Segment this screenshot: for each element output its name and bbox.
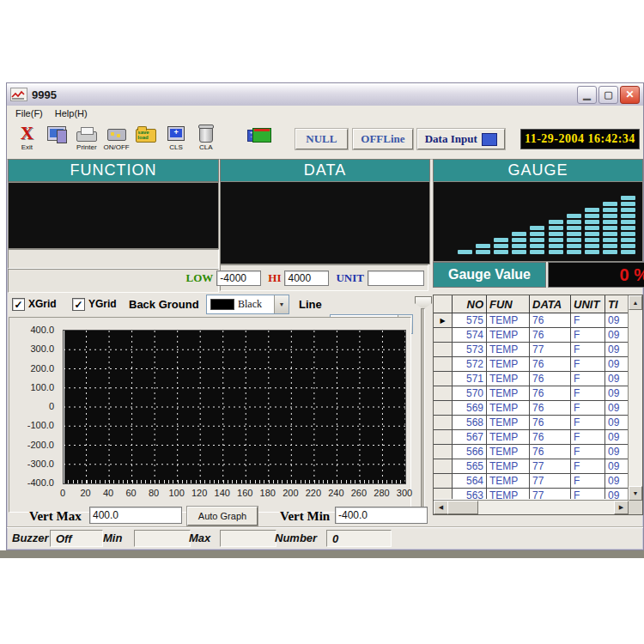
row-selector[interactable] <box>434 372 453 386</box>
gauge-bar-column <box>530 226 544 254</box>
y-tick-label: -400.0 <box>9 477 54 488</box>
x-tick-label: 160 <box>232 488 258 498</box>
unit-input[interactable] <box>368 270 424 286</box>
title-bar[interactable]: 9995 ▁ ▢ ✕ <box>7 83 643 106</box>
table-cell: 77 <box>530 459 571 473</box>
scroll-right-icon[interactable]: ▶ <box>614 501 629 514</box>
scroll-down-icon[interactable]: ▼ <box>629 486 642 501</box>
row-selector[interactable] <box>434 401 453 415</box>
background-select[interactable]: Black ▼ <box>206 295 289 314</box>
row-selector[interactable]: ▶ <box>434 313 453 327</box>
col-header-unit[interactable]: UNIT <box>571 295 605 313</box>
gauge-bar-column <box>621 196 635 254</box>
table-row[interactable]: 573TEMP77F09 <box>434 343 629 357</box>
low-input[interactable] <box>216 270 261 286</box>
gauge-bar-segment <box>512 250 526 254</box>
table-row[interactable]: 567TEMP76F09 <box>434 430 629 445</box>
table-cell: TEMP <box>487 459 530 473</box>
maximize-button[interactable]: ▢ <box>598 86 618 104</box>
gauge-bar-segment <box>458 250 472 254</box>
gauge-bar-segment <box>621 226 635 230</box>
cls-button[interactable]: + CLS <box>161 123 191 155</box>
chevron-down-icon[interactable]: ▼ <box>274 295 289 313</box>
table-cell: F <box>571 328 605 342</box>
gauge-bar-segment <box>512 244 526 248</box>
timestamp: 11-29-2004 16:42:34 <box>520 129 640 149</box>
onoff-button[interactable]: ON/OFF <box>101 123 131 155</box>
row-selector[interactable] <box>434 416 453 429</box>
table-cell: 77 <box>530 474 571 488</box>
table-row[interactable]: 565TEMP77F09 <box>434 459 629 474</box>
row-selector[interactable] <box>434 386 453 400</box>
row-selector[interactable] <box>434 328 453 342</box>
row-selector[interactable] <box>434 445 453 459</box>
col-header-fun[interactable]: FUN <box>487 295 530 313</box>
table-cell: 09 <box>605 474 629 488</box>
null-button[interactable]: NULL <box>295 129 349 149</box>
offline-button[interactable]: OFFLine <box>353 129 414 149</box>
printer-button[interactable]: Printer <box>71 123 101 155</box>
table-cell: F <box>571 445 605 459</box>
table-cell: 76 <box>530 386 571 400</box>
minimize-button[interactable]: ▁ <box>577 86 597 104</box>
scroll-left-icon[interactable]: ◀ <box>434 501 448 514</box>
table-cell: 09 <box>605 386 629 400</box>
table-row[interactable]: 569TEMP76F09 <box>434 401 629 416</box>
row-selector[interactable] <box>434 357 453 371</box>
save-load-button[interactable]: save load <box>131 123 161 155</box>
table-row[interactable]: 572TEMP76F09 <box>434 357 629 372</box>
x-tick-label: 100 <box>164 488 190 498</box>
col-header-no[interactable]: NO <box>453 295 487 313</box>
row-selector[interactable] <box>434 343 453 356</box>
col-header-data[interactable]: DATA <box>530 295 571 313</box>
table-cell: 76 <box>530 313 571 327</box>
desktop-strip <box>0 550 644 558</box>
table-cell: 575 <box>453 313 487 327</box>
table-cell: 76 <box>530 445 571 459</box>
table-header-row: NO FUN DATA UNIT TI <box>434 295 642 313</box>
gauge-bar-segment <box>621 244 635 248</box>
table-row[interactable]: 571TEMP76F09 <box>434 372 629 386</box>
gauge-bar-segment <box>585 208 599 212</box>
table-vertical-scrollbar[interactable]: ▲ ▼ <box>628 295 642 501</box>
cla-button[interactable]: CLA <box>191 123 221 155</box>
menu-help[interactable]: Help(H) <box>55 108 88 118</box>
table-cell: 567 <box>453 430 487 444</box>
table-row[interactable]: 570TEMP76F09 <box>434 386 629 401</box>
table-row[interactable]: 564TEMP77F09 <box>434 474 629 489</box>
x-tick-label: 300 <box>392 488 417 498</box>
table-row[interactable]: 563TEMP77F09 <box>434 489 629 499</box>
hi-input[interactable] <box>284 270 329 286</box>
table-row[interactable]: 566TEMP76F09 <box>434 445 629 459</box>
gauge-bar-segment <box>567 232 581 236</box>
y-tick-label: 400.0 <box>9 325 54 335</box>
slider-thumb[interactable] <box>415 296 432 309</box>
row-selector[interactable] <box>434 459 453 473</box>
table-horizontal-scrollbar[interactable]: ◀ ▶ <box>434 500 629 514</box>
vert-min-input[interactable] <box>335 507 428 524</box>
low-label: LOW <box>186 271 214 285</box>
gauge-bar-segment <box>603 250 617 254</box>
data-input-button[interactable]: Data Input <box>417 129 505 149</box>
close-button[interactable]: ✕ <box>620 86 640 104</box>
table-row[interactable]: ▶575TEMP76F09 <box>434 313 629 328</box>
table-row[interactable]: 568TEMP76F09 <box>434 416 629 430</box>
scroll-up-icon[interactable]: ▲ <box>629 295 642 310</box>
table-row[interactable]: 574TEMP76F09 <box>434 328 629 343</box>
row-selector[interactable] <box>434 430 453 444</box>
row-selector[interactable] <box>434 474 453 488</box>
auto-graph-button[interactable]: Auto Graph <box>187 507 258 526</box>
vert-max-input[interactable] <box>89 507 182 524</box>
battery-icon: +- <box>247 128 270 143</box>
ygrid-checkbox[interactable]: ✓ <box>72 298 85 311</box>
scroll-thumb[interactable] <box>447 501 478 514</box>
row-selector[interactable] <box>434 489 453 499</box>
gauge-bar-segment <box>530 244 544 248</box>
xgrid-checkbox[interactable]: ✓ <box>12 298 25 311</box>
slider-track[interactable] <box>421 308 425 509</box>
menu-file[interactable]: File(F) <box>15 108 43 118</box>
exit-button[interactable]: X Exit <box>12 123 42 155</box>
gauge-bar-segment <box>603 232 617 236</box>
gauge-panel-header: GAUGE <box>433 159 643 182</box>
connect-button[interactable] <box>42 123 72 155</box>
